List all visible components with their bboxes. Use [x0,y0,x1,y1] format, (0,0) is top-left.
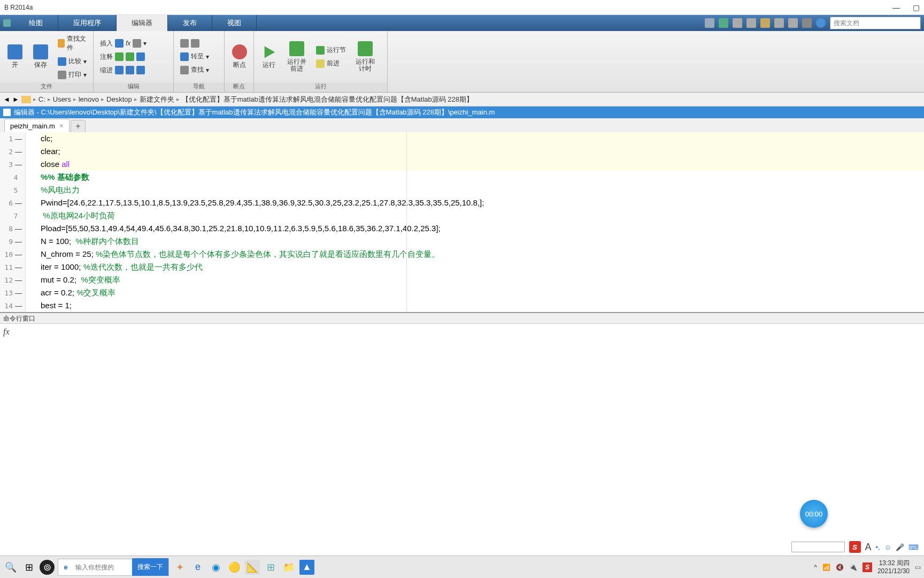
addr-seg-4[interactable]: 新建文件夹 [140,95,174,104]
ime-keyboard-icon[interactable]: ⌨ [908,543,919,551]
paste-icon[interactable] [760,18,770,28]
app-icon-chrome[interactable]: 🟡 [227,560,242,575]
tray-power-icon[interactable]: 🔌 [849,564,857,571]
status-dropdown[interactable] [791,542,845,552]
tray-volume-icon[interactable]: 🔇 [836,564,844,571]
timer-badge[interactable]: 00:00 [800,500,828,528]
doc-search[interactable]: 搜索文档 [830,17,921,29]
code-area[interactable]: clc;clear;close all%% 基础参数%风电出力Pwind=[24… [26,132,924,312]
code-line[interactable]: best = 1; [41,299,924,312]
code-line[interactable]: mut = 0.2; %突变概率 [41,273,924,286]
cut-icon[interactable] [733,18,742,28]
run-section-button[interactable]: 运行节 [314,44,348,56]
code-line[interactable]: Pload=[55,50,53.1,49.4,54,49.4,45.6,34.8… [41,222,924,235]
code-line[interactable]: N_chrom = 25; %染色体节点数，也就是每个个体有多少条染色体，其实说… [41,248,924,261]
addr-seg-5[interactable]: 【优化配置】基于matlab遗传算法求解风电混合储能容量优化配置问题【含Matl… [182,95,473,104]
insert-button[interactable]: 插入 fx ▾ [98,38,149,49]
taskview-icon[interactable]: ⊞ [21,560,36,575]
address-bar[interactable]: ◄ ► ▸ C:▸ Users▸ lenovo▸ Desktop▸ 新建文件夹▸… [0,93,924,107]
app-icon-snip[interactable]: ⊞ [263,560,278,575]
code-line[interactable]: Pwind=[24.6,22.1,17.5,13.5,10.1,8.5,13.9… [41,196,924,209]
code-line[interactable]: acr = 0.2; %交叉概率 [41,286,924,299]
app-icon-explorer[interactable]: 📁 [281,560,296,575]
code-line[interactable]: %风电出力 [41,184,924,196]
taskbar-search[interactable]: e 搜索一下 [58,559,169,576]
find-button[interactable]: 查找 ▾ [178,64,211,75]
code-editor[interactable]: 1—2—3—4 5 6—7 8—9—10—11—12—13—14— clc;cl… [0,132,924,313]
ime-punct-icon[interactable]: •, [876,543,880,551]
code-line[interactable]: clear; [41,145,924,158]
code-line[interactable]: clc; [41,132,924,145]
search-go-button[interactable]: 搜索一下 [132,558,168,576]
code-line[interactable]: %% 基础参数 [41,171,924,184]
addr-back-icon[interactable]: ◄ [3,95,10,103]
tab-view[interactable]: 视图 [212,15,257,31]
taskbar-search-input[interactable] [73,564,132,571]
tray-sogou-icon[interactable]: S [863,562,872,572]
breakpoint-button[interactable]: 断点 [229,43,250,70]
file-tab-bar: peizhi_main.m × + [0,118,924,132]
command-window[interactable]: fx [0,324,924,407]
folder-icon[interactable] [21,96,31,103]
print-button[interactable]: 打印 ▾ [56,69,89,80]
undo-icon[interactable] [774,18,784,28]
app-icon-edge2[interactable]: ◉ [209,560,224,575]
run-time-button[interactable]: 运行和 计时 [352,40,378,73]
addr-seg-0[interactable]: C: [38,95,45,103]
app-icon-matlab[interactable]: 📐 [245,560,260,575]
tab-editor[interactable]: 编辑器 [117,15,168,31]
ime-a[interactable]: A [865,542,872,553]
file-tab-main[interactable]: peizhi_main.m × [4,119,70,132]
code-line[interactable]: N = 100; %种群内个体数目 [41,235,924,248]
code-line[interactable]: iter = 1000; %迭代次数，也就是一共有多少代 [41,261,924,273]
save-button[interactable]: 保存 [30,43,51,70]
run-button[interactable]: 运行 [258,43,280,70]
code-line[interactable]: %原电网24小时负荷 [41,209,924,222]
close-icon[interactable]: × [59,121,64,130]
quick-access [0,15,14,31]
ime-face-icon[interactable]: ☺ [884,543,891,551]
tray-network-icon[interactable]: 📶 [822,564,830,571]
copy-icon[interactable] [746,18,756,28]
app-icon-1[interactable]: ✦ [172,560,187,575]
goto-button[interactable]: 转至 ▾ [178,51,211,62]
tray-up-icon[interactable]: ^ [814,564,817,571]
help-icon[interactable] [816,18,826,28]
app-icon-photos[interactable]: ▲ [299,560,314,575]
tab-apps[interactable]: 应用程序 [58,15,117,31]
toolbar-icon[interactable] [705,18,714,28]
app-icon-edge[interactable]: e [190,560,205,575]
save-icon[interactable] [719,18,728,28]
line-number: 10— [0,248,25,261]
code-line[interactable]: close all [41,158,924,171]
group-label-run: 运行 [254,82,387,92]
tray-notification-icon[interactable]: ▭ [915,564,921,571]
addr-fwd-icon[interactable]: ► [12,95,19,103]
minimize-button[interactable]: — [892,3,900,12]
addr-seg-3[interactable]: Desktop [106,95,132,103]
tab-plot[interactable]: 绘图 [14,15,58,31]
nav-arrows[interactable] [178,38,211,49]
advance-button[interactable]: 前进 [314,58,348,69]
comment-button[interactable]: 注释 [98,51,149,63]
compare-button[interactable]: 比较 ▾ [56,56,89,67]
addr-seg-2[interactable]: lenovo [79,95,99,103]
editor-panel-title: 编辑器 - C:\Users\lenovo\Desktop\新建文件夹\【优化配… [0,107,924,118]
tray-clock[interactable]: 13:32 周四 2021/12/30 [877,559,910,575]
obs-icon[interactable]: ⊚ [40,560,55,575]
qa-icon[interactable] [3,19,11,27]
tab-publish[interactable]: 发布 [168,15,212,31]
open-button[interactable]: 开 [4,43,26,70]
taskbar: 🔍 ⊞ ⊚ e 搜索一下 ✦ e ◉ 🟡 📐 ⊞ 📁 ▲ ^ 📶 🔇 🔌 S 1… [0,556,924,578]
maximize-button[interactable]: ▢ [913,3,920,12]
sogou-icon[interactable]: S [849,541,861,553]
add-tab-button[interactable]: + [71,120,86,132]
redo-icon[interactable] [788,18,798,28]
find-files-button[interactable]: 查找文件 [56,33,89,54]
addr-seg-1[interactable]: Users [53,95,71,103]
print-icon[interactable] [802,18,812,28]
ime-mic-icon[interactable]: 🎤 [896,543,904,551]
search-icon[interactable]: 🔍 [3,560,18,575]
indent-button[interactable]: 缩进 [98,65,149,76]
run-advance-button[interactable]: 运行并 前进 [284,40,310,73]
